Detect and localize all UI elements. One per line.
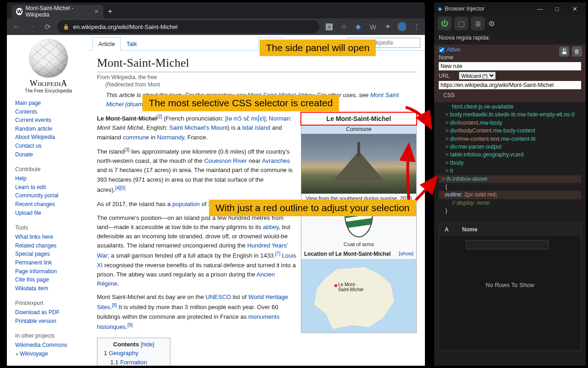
no-rows-label: No Rows To Show	[439, 249, 581, 288]
url-input[interactable]	[439, 81, 581, 89]
location-map[interactable]: Le Mont-Saint-Michel	[301, 259, 416, 333]
toc-item[interactable]: 1.1 Formation	[104, 358, 164, 366]
sidebar-link[interactable]: Donate	[15, 150, 82, 159]
gear-icon[interactable]: ⚙	[488, 19, 495, 28]
section-title: Nuova regola rapida:	[434, 32, 586, 45]
injector-titlebar: ◆ Browser Injector — □ ✕	[434, 2, 586, 15]
toc-hide[interactable]: [hide]	[141, 341, 154, 348]
minimize-icon[interactable]: —	[532, 6, 547, 12]
coat-caption: Coat of arms	[301, 240, 416, 249]
infobox-subtitle: Commune	[301, 125, 416, 134]
back-icon[interactable]: ←	[11, 23, 22, 31]
annotation-2: The most selective CSS selector is creat…	[142, 95, 339, 111]
sidebar-link[interactable]: Recent changes	[15, 200, 82, 209]
browser-tab[interactable]: W Mont-Saint-Michel - Wikipedia ✕	[11, 5, 103, 18]
globe-icon	[29, 39, 68, 78]
sidebar-link[interactable]: What links here	[15, 233, 82, 242]
url-label: URL	[439, 73, 456, 79]
save-icon[interactable]: 💾	[559, 46, 569, 57]
url-field[interactable]: 🔒 en.wikipedia.org/wiki/Mont-Saint-Miche…	[57, 20, 319, 33]
location-header: Location of Le Mont-Saint-Michel [show]	[301, 249, 416, 259]
injector-window: ◆ Browser Injector — □ ✕ ⏻ ▢ ≣ ⚙ Nuova r…	[434, 2, 586, 366]
side-head-other: In other projects	[15, 330, 82, 339]
grid-filter-input[interactable]	[466, 240, 548, 249]
infobox-image[interactable]	[301, 134, 416, 194]
sidebar-link[interactable]: Current events	[15, 116, 82, 125]
sidebar-link[interactable]: Printable version	[15, 317, 82, 326]
wiki-sidebar: WikipediA The Free Encyclopedia Main pag…	[15, 39, 82, 366]
show-link[interactable]: [show]	[399, 251, 413, 257]
url-mode-select[interactable]: Wildcard (*)	[459, 72, 496, 80]
css-label: CSS	[439, 91, 581, 98]
tab-talk[interactable]: Talk	[121, 38, 142, 50]
toc-item[interactable]: 1 Geography	[104, 349, 164, 358]
side-head-tools: Tools	[15, 222, 82, 231]
menu-icon[interactable]: ⋮	[411, 23, 421, 31]
sidebar-link[interactable]: Learn to edit	[15, 183, 82, 192]
app-logo-icon: ◆	[438, 6, 442, 12]
annotation-1: The side panel will open	[260, 40, 376, 56]
ext-w-icon[interactable]: W	[368, 23, 378, 31]
col-a[interactable]: A	[439, 226, 462, 233]
power-button[interactable]: ⏻	[438, 17, 452, 30]
map-marker-label: Le Mont-Saint-Michel	[338, 282, 363, 292]
logo-title: WikipediA	[15, 79, 82, 88]
tab-title: Mont-Saint-Michel - Wikipedia	[25, 5, 91, 18]
sidebar-link[interactable]: Cite this page	[15, 276, 82, 284]
close-icon[interactable]: ✕	[567, 6, 582, 12]
sidebar-link[interactable]: Random article	[15, 125, 82, 133]
sidebar-link[interactable]: Wikidata item	[15, 284, 82, 293]
infobox-title: Le Mont-Saint-Michel	[301, 113, 416, 125]
star-icon[interactable]: ☆	[339, 23, 349, 31]
infobox: Le Mont-Saint-Michel Commune View from t…	[301, 112, 417, 333]
close-tab-icon[interactable]: ✕	[94, 8, 99, 15]
name-input[interactable]	[439, 62, 581, 70]
list-button[interactable]: ≣	[471, 17, 485, 30]
map-marker-icon	[334, 284, 337, 287]
tab-article[interactable]: Article	[92, 37, 121, 51]
sidebar-link[interactable]: Download as PDF	[15, 308, 82, 317]
col-name[interactable]: Nome	[462, 226, 581, 233]
css-code[interactable]: html.client-js.ve-available > body.media…	[434, 102, 586, 218]
side-head-print: Print/export	[15, 297, 82, 306]
sidebar-link[interactable]: Related changes	[15, 242, 82, 250]
active-checkbox[interactable]	[439, 47, 445, 53]
tab-button[interactable]: ▢	[454, 17, 468, 30]
sidebar-link[interactable]: Upload file	[15, 209, 82, 218]
sidebar-link[interactable]: Contact us	[15, 142, 82, 150]
injector-title: Browser Injector	[445, 6, 485, 12]
lock-icon: 🔒	[63, 24, 69, 30]
redirect-line: (Redirected from Mont	[97, 81, 417, 88]
extensions-icon[interactable]: ✦	[383, 23, 393, 31]
ext-diamond-icon[interactable]: ◆	[353, 23, 363, 31]
annotation-3: With just a red outline to adjust your s…	[209, 200, 416, 216]
sidebar-link[interactable]: Page information	[15, 267, 82, 276]
toc-title: Contents [hide]	[104, 341, 164, 348]
sidebar-link[interactable]: Main page	[15, 99, 82, 108]
rule-form: 💾 🗑 Attivo Nome URL Wildcard (*) CSS	[434, 45, 586, 102]
translate-icon[interactable]: 🅰	[324, 23, 334, 31]
profile-icon[interactable]: 👤	[397, 22, 407, 31]
sidebar-link[interactable]: Help	[15, 174, 82, 183]
maximize-icon[interactable]: □	[550, 6, 565, 12]
sidebar-link[interactable]: Wikimedia Commons	[15, 341, 82, 350]
name-label: Nome	[439, 54, 456, 61]
sidebar-link[interactable]: Community portal	[15, 191, 82, 200]
sidebar-link[interactable]: Special pages	[15, 250, 82, 259]
rules-grid: A Nome No Rows To Show	[439, 222, 581, 351]
url-text: en.wikipedia.org/wiki/Mont-Saint-Michel	[73, 23, 178, 30]
from-line: From Wikipedia, the free	[97, 74, 417, 80]
sidebar-link[interactable]: Contents	[15, 108, 82, 116]
forward-icon[interactable]: →	[26, 23, 37, 31]
logo-subtitle: The Free Encyclopedia	[15, 88, 82, 93]
favicon: W	[16, 8, 23, 15]
injector-toolbar: ⏻ ▢ ≣ ⚙	[434, 15, 586, 32]
sidebar-link[interactable]: Wikivoyage	[15, 350, 82, 358]
wiki-logo[interactable]: WikipediA The Free Encyclopedia	[15, 39, 82, 93]
reload-icon[interactable]: ⟳	[42, 23, 53, 31]
sidebar-link[interactable]: About Wikipedia	[15, 133, 82, 142]
trash-icon[interactable]: 🗑	[572, 46, 582, 57]
active-label: Attivo	[447, 46, 460, 53]
new-tab-button[interactable]: +	[103, 5, 117, 18]
sidebar-link[interactable]: Permanent link	[15, 259, 82, 267]
